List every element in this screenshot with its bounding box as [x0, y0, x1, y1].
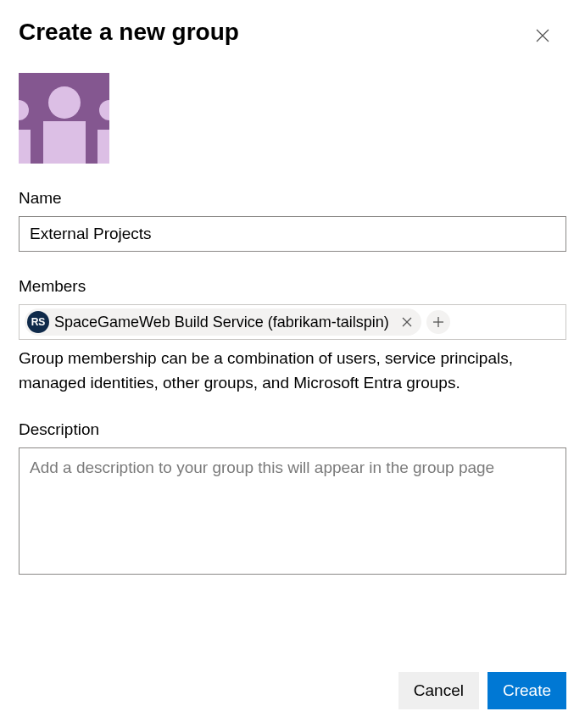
member-chip: RS SpaceGameWeb Build Service (fabrikam-… [25, 308, 421, 336]
add-member-button[interactable] [426, 310, 450, 334]
description-label: Description [19, 420, 566, 439]
cancel-button[interactable]: Cancel [398, 672, 479, 709]
close-button[interactable] [529, 22, 556, 49]
dialog-title: Create a new group [19, 19, 239, 46]
members-helper-text: Group membership can be a combination of… [19, 347, 566, 395]
close-icon [536, 29, 549, 42]
name-label: Name [19, 189, 566, 208]
member-name: SpaceGameWeb Build Service (fabrikam-tai… [54, 314, 393, 331]
create-button[interactable]: Create [488, 672, 566, 709]
members-label: Members [19, 277, 566, 296]
group-avatar-placeholder [19, 73, 109, 164]
dialog-footer: Cancel Create [398, 672, 566, 709]
name-input[interactable] [19, 216, 566, 252]
members-input[interactable]: RS SpaceGameWeb Build Service (fabrikam-… [19, 304, 566, 340]
plus-icon [432, 316, 444, 328]
member-avatar: RS [27, 311, 49, 333]
close-icon [402, 317, 412, 327]
dialog-header: Create a new group [19, 19, 566, 49]
remove-member-button[interactable] [398, 313, 416, 331]
description-textarea[interactable] [19, 447, 566, 575]
